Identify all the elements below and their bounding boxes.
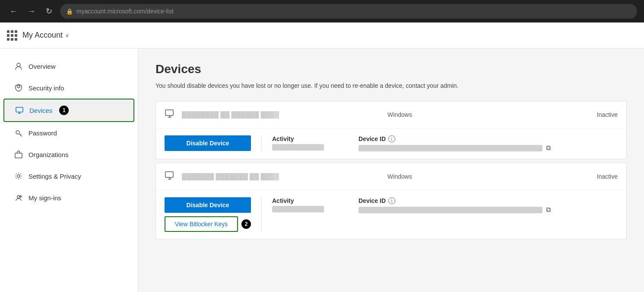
key-icon	[14, 128, 23, 138]
device-2-os: Windows	[330, 173, 470, 180]
refresh-button[interactable]: ↻	[43, 5, 55, 18]
device-1-copy-icon[interactable]: ⧉	[546, 144, 551, 152]
svg-point-0	[17, 63, 20, 67]
svg-rect-7	[165, 110, 173, 116]
device-2-actions: Disable Device View Bitlocker Keys 2	[165, 197, 251, 232]
svg-rect-8	[165, 172, 173, 177]
back-button[interactable]: ←	[7, 5, 20, 18]
device-1-id-info-icon[interactable]: i	[388, 135, 395, 142]
device-1-id-header: Device ID i	[358, 135, 618, 142]
person-icon	[14, 61, 23, 71]
svg-point-3	[16, 131, 19, 134]
app-header: My Account ∨	[0, 22, 644, 48]
sidebar-item-security-info[interactable]: Security info	[3, 77, 134, 99]
device-1-id-text: ████████████ ████ ████ ████ ████████████	[358, 145, 542, 151]
url-base: myaccount.microsoft.com	[76, 8, 145, 15]
svg-point-1	[17, 85, 20, 88]
sidebar-settings-label: Settings & Privacy	[29, 173, 81, 180]
gear-icon	[14, 171, 23, 181]
sidebar-item-devices[interactable]: Devices 1	[3, 99, 134, 122]
sidebar-overview-label: Overview	[29, 63, 56, 70]
device-2-header: ███████ ███████ ██ ████ Windows Inactive	[156, 163, 626, 190]
app-title-chevron-icon[interactable]: ∨	[65, 32, 69, 39]
briefcase-icon	[14, 150, 23, 159]
svg-rect-4	[15, 153, 22, 158]
main-content: Devices You should disable devices you h…	[138, 48, 644, 292]
view-bitlocker-keys-button[interactable]: View Bitlocker Keys	[165, 216, 238, 232]
app-name-label: My Account	[22, 31, 63, 40]
device-2-activity-label: Activity	[272, 197, 324, 204]
device-1-id-value: ████████████ ████ ████ ████ ████████████…	[358, 144, 618, 152]
device-1-activity-label: Activity	[272, 135, 324, 142]
disable-device-1-button[interactable]: Disable Device	[165, 135, 251, 151]
device-1-body: Disable Device Activity ████████ Device …	[156, 128, 626, 159]
svg-point-6	[17, 196, 20, 198]
device-2-name: ███████ ███████ ██ ████	[182, 173, 323, 180]
monitor-icon	[15, 106, 24, 115]
device-card-1: ████████ ██ ██████ ████ Windows Inactive…	[155, 101, 627, 159]
disable-device-2-button[interactable]: Disable Device	[165, 197, 251, 213]
device-1-os: Windows	[330, 111, 470, 118]
device-2-copy-icon[interactable]: ⧉	[546, 206, 551, 214]
device-2-icon	[165, 170, 175, 183]
sidebar: Overview Security info Devices 1	[0, 48, 138, 292]
sidebar-organizations-label: Organizations	[29, 151, 69, 158]
device-1-id: Device ID i ████████████ ████ ████ ████ …	[358, 135, 618, 152]
sidebar-item-my-sign-ins[interactable]: My sign-ins	[3, 187, 134, 209]
url-path: /device-list	[145, 8, 174, 15]
device-1-activity-value: ████████	[272, 144, 324, 151]
device-2-id-header: Device ID i	[358, 197, 618, 204]
url-display: myaccount.microsoft.com/device-list	[76, 8, 174, 15]
device-1-icon	[165, 108, 175, 121]
device-1-divider	[261, 135, 262, 152]
device-2-id-value: ████████████ ████ ████ ████ ████████████…	[358, 206, 618, 214]
device-2-id: Device ID i ████████████ ████ ████ ████ …	[358, 197, 618, 214]
device-1-id-label: Device ID	[358, 135, 386, 142]
sidebar-item-overview[interactable]: Overview	[3, 55, 134, 77]
device-2-id-label: Device ID	[358, 197, 386, 204]
sidebar-security-info-label: Security info	[29, 84, 64, 92]
browser-chrome: ← → ↻ 🔒 myaccount.microsoft.com/device-l…	[0, 0, 644, 22]
device-1-status: Inactive	[477, 111, 618, 118]
app-title: My Account ∨	[22, 31, 69, 40]
device-2-activity-value: ████████	[272, 206, 324, 212]
device-2-body: Disable Device View Bitlocker Keys 2 Act…	[156, 190, 626, 239]
sidebar-item-organizations[interactable]: Organizations	[3, 144, 134, 165]
device-2-activity: Activity ████████	[272, 197, 324, 212]
page-title: Devices	[155, 62, 627, 76]
device-2-status: Inactive	[477, 173, 618, 180]
page-description: You should disable devices you have lost…	[155, 81, 501, 90]
lock-icon: 🔒	[66, 8, 73, 15]
svg-rect-2	[16, 107, 23, 112]
forward-button[interactable]: →	[25, 5, 38, 18]
device-2-id-info-icon[interactable]: i	[388, 197, 395, 204]
device-1-actions: Disable Device	[165, 135, 251, 151]
device-1-activity: Activity ████████	[272, 135, 324, 151]
shield-person-icon	[14, 83, 23, 93]
sidebar-devices-label: Devices	[29, 107, 52, 114]
sidebar-item-password[interactable]: Password	[3, 122, 134, 144]
address-bar[interactable]: 🔒 myaccount.microsoft.com/device-list	[60, 4, 637, 19]
bitlocker-badge: 2	[241, 219, 251, 229]
sidebar-item-settings-privacy[interactable]: Settings & Privacy	[3, 165, 134, 187]
main-layout: Overview Security info Devices 1	[0, 48, 644, 292]
sign-in-icon	[14, 193, 23, 202]
device-2-divider	[261, 197, 262, 232]
device-card-2: ███████ ███████ ██ ████ Windows Inactive…	[155, 163, 627, 239]
device-1-header: ████████ ██ ██████ ████ Windows Inactive	[156, 101, 626, 128]
device-1-name: ████████ ██ ██████ ████	[182, 111, 323, 119]
svg-point-5	[17, 175, 20, 177]
device-2-id-text: ████████████ ████ ████ ████ ████████████	[358, 207, 542, 213]
devices-badge: 1	[59, 106, 69, 115]
sidebar-password-label: Password	[29, 129, 57, 137]
app-grid-icon[interactable]	[7, 30, 17, 41]
sidebar-sign-ins-label: My sign-ins	[29, 194, 61, 202]
